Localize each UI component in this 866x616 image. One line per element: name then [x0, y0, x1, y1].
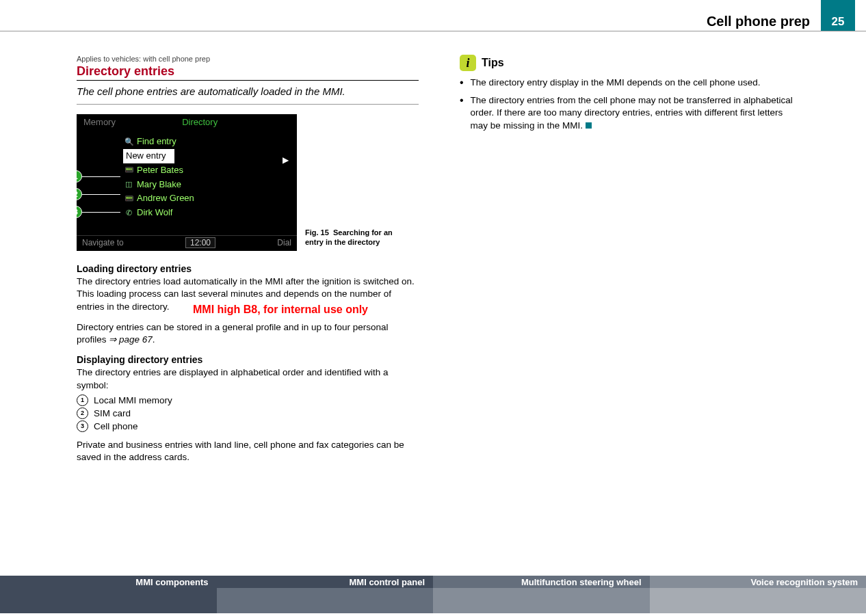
callout-3: 3	[77, 206, 82, 218]
footer-tab-steering-wheel[interactable]: Multifunction steering wheel	[433, 576, 650, 613]
sim-icon: ◫	[124, 178, 133, 191]
end-marker-icon	[586, 122, 592, 129]
mmi-top-center: Directory	[182, 117, 218, 127]
tab-label: MMI components	[135, 577, 208, 587]
body-para-4: Private and business entries with land l…	[77, 439, 419, 464]
mmi-top-left: Memory	[83, 117, 116, 127]
storage-icon: 📟	[124, 164, 133, 176]
page-ref-link[interactable]: ⇒ page 67	[109, 334, 153, 345]
numbered-list: 1 Local MMI memory 2 SIM card 3 Cell pho…	[77, 394, 419, 432]
content-area: Applies to vehicles: with cell phone pre…	[77, 55, 802, 472]
tips-label: Tips	[482, 57, 504, 69]
mmi-screenshot: Memory Directory X 🔍Find entry New entry…	[77, 114, 297, 251]
footer-tab-voice-recognition[interactable]: Voice recognition system	[650, 576, 867, 613]
section-title: Directory entries	[77, 64, 419, 81]
tip-2-text: The directory entries from the cell phon…	[471, 94, 802, 132]
mmi-item-new: New entry	[123, 149, 174, 163]
storage-icon: 📟	[124, 193, 133, 205]
mmi-contact-3: Andrew Green	[137, 191, 194, 206]
num-circle-3: 3	[77, 420, 88, 432]
subheading-loading: Loading directory entries	[77, 263, 419, 274]
list-item: 2 SIM card	[77, 407, 419, 419]
tab-label: Multifunction steering wheel	[521, 577, 642, 587]
watermark-text: MMI high B8, for internal use only	[193, 304, 368, 316]
body-para-3: The directory entries are displayed in a…	[77, 366, 419, 391]
scroll-arrow-icon: ▶	[283, 155, 289, 165]
callout-markers: 1 2 3	[77, 170, 82, 224]
figure-row: Memory Directory X 🔍Find entry New entry…	[77, 114, 419, 251]
right-column: i Tips The directory entry display in th…	[460, 55, 802, 472]
tip-1: The directory entry display in the MMI d…	[460, 77, 802, 89]
mmi-contact-2: Mary Blake	[137, 178, 181, 192]
phone-icon: ✆	[124, 207, 133, 219]
figure-caption: Fig. 15 Searching for an entry in the di…	[305, 228, 394, 252]
left-column: Applies to vehicles: with cell phone pre…	[77, 55, 419, 472]
mmi-contact-1: Peter Bates	[137, 163, 183, 178]
tip-1-text: The directory entry display in the MMI d…	[471, 77, 761, 89]
mmi-bottom-left: Navigate to	[82, 238, 124, 247]
applies-note: Applies to vehicles: with cell phone pre…	[77, 55, 419, 63]
tip-2: The directory entries from the cell phon…	[460, 94, 802, 132]
footer-tab-components[interactable]: MMI components	[0, 576, 217, 613]
list-item: 3 Cell phone	[77, 420, 419, 432]
figure-number: Fig. 15	[305, 228, 329, 237]
callout-2: 2	[77, 188, 82, 200]
footer-tab-control-panel[interactable]: MMI control panel	[217, 576, 434, 613]
tip-2-content: The directory entries from the cell phon…	[471, 95, 793, 130]
mmi-item-list: 🔍Find entry New entry 📟Peter Bates ◫Mary…	[124, 135, 194, 220]
tab-label: Voice recognition system	[750, 577, 858, 587]
num-circle-1: 1	[77, 394, 88, 406]
subheading-displaying: Displaying directory entries	[77, 354, 419, 365]
footer-tabs: MMI components MMI control panel Multifu…	[0, 576, 866, 613]
mmi-item-find: Find entry	[137, 135, 176, 149]
para2-part-b: .	[153, 334, 155, 345]
list-text-2: SIM card	[94, 408, 131, 418]
tips-heading: i Tips	[460, 55, 802, 71]
tab-label: MMI control panel	[350, 577, 425, 587]
section-intro: The cell phone entries are automatically…	[77, 85, 419, 105]
mmi-contact-4: Dirk Wolf	[137, 206, 172, 220]
search-icon: 🔍	[124, 136, 133, 148]
header-title: Cell phone prep	[707, 14, 810, 29]
header-divider: Cell phone prep	[0, 15, 866, 31]
callout-1: 1	[77, 170, 82, 183]
list-text-1: Local MMI memory	[94, 395, 172, 405]
body-para-2: Directory entries can be stored in a gen…	[77, 321, 419, 346]
mmi-bottom-right: Dial	[277, 238, 291, 247]
info-icon: i	[460, 55, 476, 71]
mmi-clock: 12:00	[185, 237, 215, 248]
list-item: 1 Local MMI memory	[77, 394, 419, 406]
num-circle-2: 2	[77, 407, 88, 419]
list-text-3: Cell phone	[94, 421, 138, 431]
